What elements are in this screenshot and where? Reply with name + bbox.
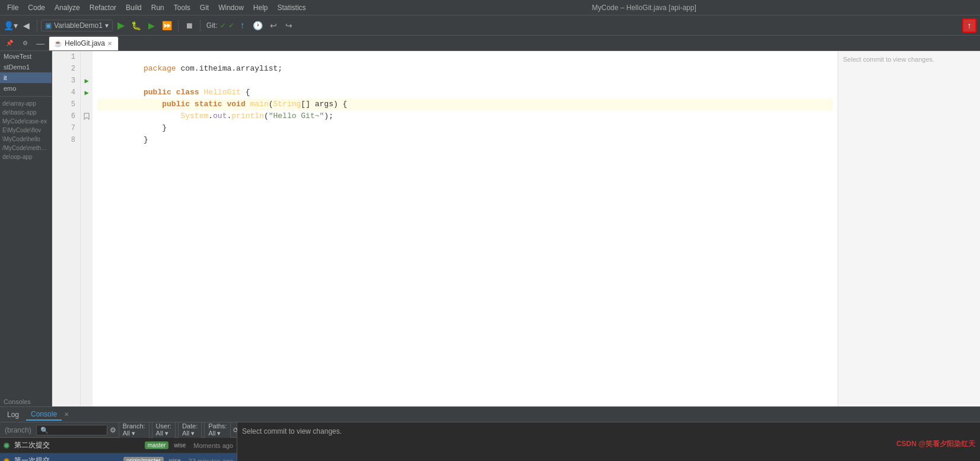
bottom-tab-log[interactable]: Log [2, 409, 24, 420]
code-line-7: } [97, 122, 833, 134]
sidebar-item-emo[interactable]: emo [0, 83, 52, 94]
editor-tab-label: HelloGit.java [65, 39, 105, 47]
run-arrow-4[interactable]: ▶ [84, 88, 88, 97]
svg-marker-0 [84, 113, 89, 119]
ln-5: 5 [55, 98, 75, 110]
tag-wise-0: wise [171, 441, 189, 449]
toolbar: 👤▾ ◀ ▣ VariableDemo1 ▾ ▶ 🐛 ▶ ⏩ ⏹ Git: ✓ … [0, 15, 980, 36]
sidebar-path-2: MyCode\case-ex [0, 117, 52, 126]
git-push-btn[interactable]: ↑ [236, 18, 250, 33]
git-search-input[interactable] [36, 425, 107, 435]
git-time-btn[interactable]: 🕐 [251, 18, 265, 33]
sidebar-path-5: /MyCode\method- [0, 144, 52, 152]
menu-run[interactable]: Run [147, 2, 169, 13]
code-editor[interactable]: 1 2 3 4 5 6 7 8 ▶ ▶ [52, 51, 838, 406]
run-gutter-2 [81, 63, 93, 75]
sidebar-consoles-label: Consoles [0, 396, 52, 406]
tag-master-0: master [145, 441, 169, 449]
minimize-btn[interactable]: — [33, 36, 47, 50]
menu-build[interactable]: Build [121, 2, 147, 13]
run-btn[interactable]: ▶ [114, 18, 128, 33]
run-gutter-1 [81, 51, 93, 63]
code-content[interactable]: package com.itheima.arraylist; public cl… [93, 51, 838, 406]
sidebar-item-movetest[interactable]: MoveTest [0, 51, 52, 62]
tab-close-btn[interactable]: ✕ [107, 40, 112, 47]
pin-btn[interactable]: 📌 [2, 36, 17, 50]
commit-message-1: 第一次提交 [14, 456, 119, 461]
run-gutter-3[interactable]: ▶ [81, 75, 93, 87]
run-config-selector[interactable]: ▣ VariableDemo1 ▾ [41, 20, 113, 31]
menu-help[interactable]: Help [249, 2, 273, 13]
git-commits-list: 第二次提交 master wise Moments ago 第一次提交 orig… [0, 438, 237, 461]
bottom-tab-console-close[interactable]: ✕ [64, 411, 69, 418]
sidebar-divider [0, 96, 52, 97]
git-user-filter[interactable]: User: All ▾ [152, 422, 176, 438]
java-file-icon: ☕ [54, 40, 62, 47]
right-panel: Select commit to view changes. [838, 51, 980, 406]
git-paths-filter[interactable]: Paths: All ▾ [204, 422, 231, 438]
commit-time-0: Moments ago [193, 442, 233, 449]
back-btn[interactable]: ◀ [19, 18, 33, 33]
commit-row-0[interactable]: 第二次提交 master wise Moments ago [0, 438, 237, 453]
git-date-filter[interactable]: Date: All ▾ [178, 422, 202, 438]
editor-tabs: 📌 ⚙ — ☕ HelloGit.java ✕ [0, 36, 980, 51]
git-check1: ✓ [220, 21, 226, 30]
redo-btn[interactable]: ↪ [282, 18, 296, 33]
run-config-label: VariableDemo1 [54, 21, 103, 30]
coverage-btn[interactable]: ▶ [145, 18, 159, 33]
main-layout: MoveTest stDemo1 it emo de\array-app de\… [0, 51, 980, 406]
tag-origin-1: origin/master [123, 457, 164, 461]
run-config-dropdown-icon: ▾ [105, 21, 109, 30]
sidebar-item-it[interactable]: it [0, 72, 52, 83]
profile-btn[interactable]: 👤▾ [4, 18, 18, 33]
run-gutter-7 [81, 122, 93, 134]
run-gutter-4[interactable]: ▶ [81, 87, 93, 98]
stop-btn[interactable]: ⏹ [182, 18, 196, 33]
debug-btn[interactable]: 🐛 [129, 18, 144, 33]
run-gutter: ▶ ▶ [81, 51, 93, 406]
window-title: MyCode – HelloGit.java [api-app] [311, 4, 978, 12]
run-gutter-6 [81, 110, 93, 122]
settings-btn[interactable]: ⚙ [18, 36, 32, 50]
menu-file[interactable]: File [2, 2, 23, 13]
menu-tools[interactable]: Tools [169, 2, 195, 13]
menu-code[interactable]: Code [23, 2, 50, 13]
run-gutter-5 [81, 98, 93, 110]
tag-wise-1: wise [166, 457, 184, 461]
run-gutter-8 [81, 134, 93, 146]
profile-run-btn[interactable]: ⏩ [160, 18, 174, 33]
ln-1: 1 [55, 51, 75, 63]
undo-btn[interactable]: ↩ [266, 18, 281, 33]
sidebar-item-stdemo1[interactable]: stDemo1 [0, 62, 52, 72]
select-commit-text: Select commit to view changes. [242, 427, 342, 435]
git-branch-filter[interactable]: Branch: All ▾ [119, 422, 149, 438]
menu-analyze[interactable]: Analyze [50, 2, 85, 13]
git-settings-btn[interactable]: ⚙ [110, 424, 116, 436]
commit-message-0: 第二次提交 [14, 440, 140, 450]
highlighted-btn[interactable]: ↑ [962, 18, 976, 33]
commit-row-1[interactable]: 第一次提交 origin/master wise 33 minutes ago [0, 453, 237, 461]
bookmark-icon-6 [83, 113, 90, 120]
editor-area: 1 2 3 4 5 6 7 8 ▶ ▶ [52, 51, 838, 406]
code-line-8 [97, 134, 833, 146]
menu-window[interactable]: Window [214, 2, 249, 13]
menu-git[interactable]: Git [195, 2, 214, 13]
run-arrow-3[interactable]: ▶ [84, 77, 88, 85]
sidebar: MoveTest stDemo1 it emo de\array-app de\… [0, 51, 52, 406]
menu-statistics[interactable]: Statistics [273, 2, 311, 13]
git-log-left: (branch) ⚙ Branch: All ▾ User: All ▾ Dat… [0, 422, 237, 461]
menu-refactor[interactable]: Refactor [85, 2, 121, 13]
git-status: Git: ✓ ✓ [206, 21, 234, 30]
commit-tags-1: origin/master wise [123, 457, 184, 461]
bottom-panel: Log Console ✕ (branch) ⚙ Branch: All ▾ U… [0, 406, 980, 461]
git-log-panel: (branch) ⚙ Branch: All ▾ User: All ▾ Dat… [0, 422, 980, 461]
commit-tags-0: master wise [145, 441, 189, 449]
ln-6: 6 [55, 110, 75, 122]
run-config-icon: ▣ [45, 21, 52, 30]
sidebar-path-3: E\MyCode\flov [0, 126, 52, 135]
commit-dot-0 [4, 443, 9, 449]
sep1 [37, 20, 37, 31]
ln-4: 4 [55, 87, 75, 98]
bottom-tab-console[interactable]: Console [26, 409, 62, 421]
editor-tab-hellojava[interactable]: ☕ HelloGit.java ✕ [49, 36, 119, 50]
